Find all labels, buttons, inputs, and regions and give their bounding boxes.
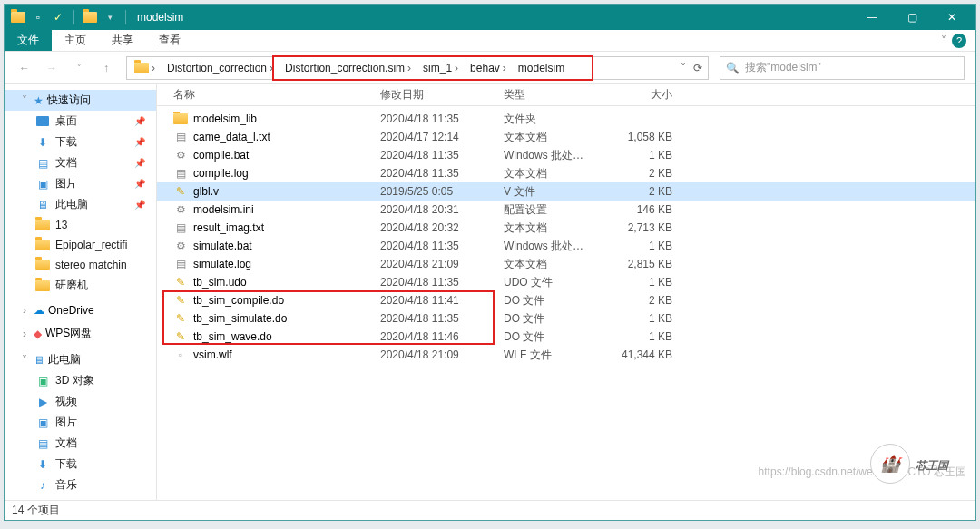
file-icon: ✎ — [173, 311, 188, 326]
pin-icon: 📌 — [134, 116, 145, 126]
forward-button[interactable]: → — [43, 59, 61, 77]
sidebar-item[interactable]: ▤文档 — [5, 433, 156, 454]
sidebar-item[interactable]: ⬇下载📌 — [5, 132, 156, 152]
table-row[interactable]: ✎tb_sim_wave.do2020/4/18 11:46DO 文件1 KB — [157, 328, 975, 346]
brand-overlay: 🏰芯王国 — [870, 444, 948, 484]
maximize-button[interactable]: ▢ — [892, 5, 932, 30]
desktop-icon — [35, 114, 50, 129]
brand-logo-icon: 🏰 — [870, 444, 910, 484]
sidebar-quick-access[interactable]: ˅★快速访问 — [5, 90, 156, 111]
col-size[interactable]: 大小 — [594, 87, 676, 103]
address-bar[interactable]: › Distortion_correction› Distortion_corr… — [126, 56, 709, 80]
sidebar-wps[interactable]: ›◆WPS网盘 — [5, 323, 156, 344]
file-icon: ✎ — [173, 184, 188, 199]
table-row[interactable]: ⚙modelsim.ini2020/4/18 20:31配置设置146 KB — [157, 201, 975, 219]
table-row[interactable]: ✎tb_sim.udo2020/4/18 11:35UDO 文件1 KB — [157, 273, 975, 291]
window-title: modelsim — [137, 11, 183, 24]
back-button[interactable]: ← — [15, 59, 34, 77]
sidebar-item[interactable]: ▣图片📌 — [5, 173, 156, 194]
tab-share[interactable]: 共享 — [99, 30, 146, 51]
qat-dropdown-icon[interactable]: ▾ — [102, 9, 118, 25]
breadcrumb-root-icon[interactable]: › — [129, 59, 162, 77]
file-icon: ▫ — [173, 348, 188, 362]
expand-ribbon-icon[interactable]: ˅ — [941, 34, 946, 47]
folder-icon — [10, 9, 26, 25]
file-rows[interactable]: modelsim_lib2020/4/18 11:35文件夹▤came_data… — [157, 106, 975, 500]
breadcrumb-seg-3[interactable]: behav› — [465, 59, 513, 77]
table-row[interactable]: ▤result_imag.txt2020/4/18 20:32文本文档2,713… — [157, 219, 975, 237]
sidebar-item[interactable]: ▶视频 — [5, 391, 156, 412]
breadcrumb-seg-4[interactable]: modelsim — [513, 59, 570, 77]
folder-icon — [35, 218, 50, 232]
column-headers[interactable]: 名称 修改日期 类型 大小 — [157, 84, 975, 106]
sidebar-item[interactable]: 13 — [5, 215, 156, 235]
file-icon: ▤ — [173, 166, 188, 181]
file-icon: ▤ — [173, 257, 188, 271]
music-icon: ♪ — [35, 478, 50, 493]
tab-view[interactable]: 查看 — [146, 30, 193, 51]
table-row[interactable]: ⚙simulate.bat2020/4/18 11:35Windows 批处理.… — [157, 237, 975, 255]
breadcrumb-seg-2[interactable]: sim_1› — [417, 59, 465, 77]
ribbon: 文件 主页 共享 查看 ˅ ? — [5, 30, 975, 52]
sidebar-item[interactable]: ▤文档📌 — [5, 152, 156, 173]
sidebar-item[interactable]: 🖥此电脑📌 — [5, 194, 156, 215]
minimize-button[interactable]: — — [852, 5, 892, 30]
download-icon: ⬇ — [35, 135, 50, 150]
status-item-count: 14 个项目 — [12, 503, 60, 518]
sidebar-item[interactable]: ♪音乐 — [5, 475, 156, 495]
up-button[interactable]: ↑ — [97, 59, 115, 77]
table-row[interactable]: ▤came_data_l.txt2020/4/17 12:14文本文档1,058… — [157, 128, 975, 146]
col-date[interactable]: 修改日期 — [377, 87, 500, 103]
table-row[interactable]: ✎tb_sim_compile.do2020/4/18 11:41DO 文件2 … — [157, 291, 975, 309]
qat-check-icon[interactable]: ✓ — [50, 9, 66, 25]
video-icon: ▶ — [35, 395, 50, 409]
sidebar-item[interactable]: Epipolar_rectifi — [5, 235, 156, 255]
pin-icon: 📌 — [134, 158, 145, 168]
file-icon: ✎ — [173, 275, 188, 289]
sidebar-item[interactable]: ▣图片 — [5, 412, 156, 433]
sidebar-this-pc[interactable]: ˅🖥此电脑 — [5, 349, 156, 370]
table-row[interactable]: ▤compile.log2020/4/18 11:35文本文档2 KB — [157, 164, 975, 182]
doc-icon: ▤ — [35, 156, 50, 171]
explorer-window: ▫ ✓ ▾ modelsim — ▢ ✕ 文件 主页 共享 查看 ˅ ? ← →… — [4, 4, 976, 521]
file-list-area: 名称 修改日期 类型 大小 modelsim_lib2020/4/18 11:3… — [157, 84, 975, 500]
pc-icon: 🖥 — [35, 198, 50, 212]
sidebar-item[interactable]: 研磨机 — [5, 275, 156, 296]
table-row[interactable]: ✎tb_sim_simulate.do2020/4/18 11:35DO 文件1… — [157, 309, 975, 328]
nav-sidebar[interactable]: ˅★快速访问 桌面📌⬇下载📌▤文档📌▣图片📌🖥此电脑📌13Epipolar_re… — [5, 84, 157, 500]
file-icon — [173, 112, 188, 126]
address-dropdown-icon[interactable]: ˅ — [681, 62, 686, 74]
breadcrumb-seg-0[interactable]: Distortion_correction› — [162, 59, 279, 77]
help-icon[interactable]: ? — [952, 34, 966, 48]
sidebar-item[interactable]: stereo matchin — [5, 255, 156, 275]
file-icon: ⚙ — [173, 148, 188, 162]
pin-icon: 📌 — [134, 179, 145, 189]
qat-save-icon[interactable]: ▫ — [30, 9, 46, 25]
recent-dropdown[interactable]: ˅ — [70, 59, 88, 77]
address-bar-row: ← → ˅ ↑ › Distortion_correction› Distort… — [5, 52, 975, 84]
refresh-icon[interactable]: ⟳ — [693, 62, 702, 74]
table-row[interactable]: ✎glbl.v2019/5/25 0:05V 文件2 KB — [157, 182, 975, 201]
doc-icon: ▤ — [35, 436, 50, 451]
col-type[interactable]: 类型 — [500, 87, 594, 103]
sidebar-item[interactable]: 桌面📌 — [5, 111, 156, 132]
table-row[interactable]: modelsim_lib2020/4/18 11:35文件夹 — [157, 110, 975, 128]
breadcrumb-seg-1[interactable]: Distortion_correction.sim› — [279, 59, 417, 77]
close-button[interactable]: ✕ — [932, 5, 972, 30]
table-row[interactable]: ▤simulate.log2020/4/18 21:09文本文档2,815 KB — [157, 255, 975, 273]
status-bar: 14 个项目 — [5, 500, 975, 520]
sidebar-item[interactable]: ▣3D 对象 — [5, 370, 156, 391]
file-icon: ⚙ — [173, 202, 188, 217]
file-tab[interactable]: 文件 — [5, 30, 52, 51]
col-name[interactable]: 名称 — [170, 87, 377, 103]
file-icon: ▤ — [173, 220, 188, 235]
file-icon: ✎ — [173, 293, 188, 308]
table-row[interactable]: ⚙compile.bat2020/4/18 11:35Windows 批处理..… — [157, 146, 975, 164]
search-box[interactable]: 🔍 搜索"modelsim" — [720, 56, 965, 80]
sidebar-onedrive[interactable]: ›☁OneDrive — [5, 301, 156, 319]
sidebar-item[interactable]: ⬇下载 — [5, 454, 156, 475]
table-row[interactable]: ▫vsim.wlf2020/4/18 21:09WLF 文件41,344 KB — [157, 346, 975, 364]
download-icon: ⬇ — [35, 457, 50, 472]
file-icon: ⚙ — [173, 239, 188, 253]
tab-home[interactable]: 主页 — [52, 30, 99, 51]
